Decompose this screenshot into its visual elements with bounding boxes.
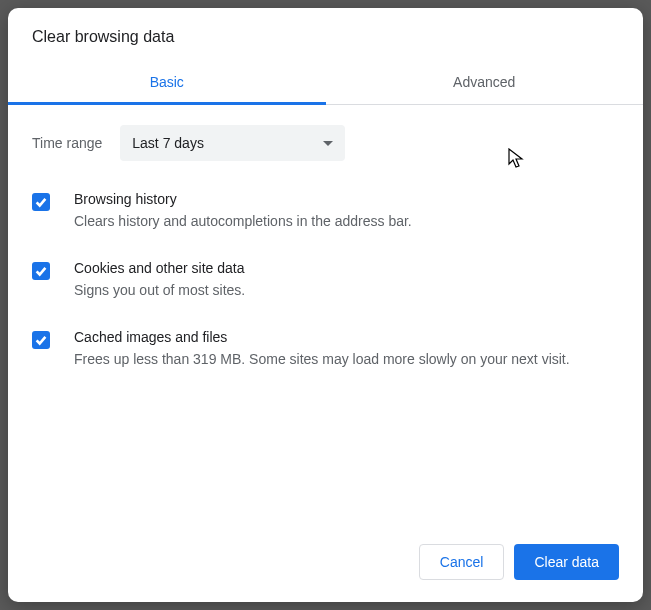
checkbox-cookies[interactable] — [32, 262, 50, 280]
time-range-dropdown[interactable]: Last 7 days — [120, 125, 345, 161]
option-desc: Clears history and autocompletions in th… — [74, 211, 619, 232]
option-title: Cached images and files — [74, 329, 619, 345]
checkbox-browsing-history[interactable] — [32, 193, 50, 211]
option-text: Browsing history Clears history and auto… — [74, 191, 619, 232]
tab-basic[interactable]: Basic — [8, 60, 326, 104]
check-icon — [34, 264, 48, 278]
tabs: Basic Advanced — [8, 60, 643, 105]
time-range-selected: Last 7 days — [132, 135, 204, 151]
check-icon — [34, 195, 48, 209]
dialog-title: Clear browsing data — [8, 8, 643, 60]
option-title: Cookies and other site data — [74, 260, 619, 276]
option-text: Cookies and other site data Signs you ou… — [74, 260, 619, 301]
dialog-footer: Cancel Clear data — [8, 528, 643, 602]
option-desc: Frees up less than 319 MB. Some sites ma… — [74, 349, 619, 370]
option-cached: Cached images and files Frees up less th… — [32, 329, 619, 370]
option-desc: Signs you out of most sites. — [74, 280, 619, 301]
option-title: Browsing history — [74, 191, 619, 207]
clear-data-button[interactable]: Clear data — [514, 544, 619, 580]
check-icon — [34, 333, 48, 347]
chevron-down-icon — [323, 141, 333, 146]
time-range-label: Time range — [32, 135, 102, 151]
option-text: Cached images and files Frees up less th… — [74, 329, 619, 370]
cancel-button[interactable]: Cancel — [419, 544, 505, 580]
clear-browsing-data-dialog: Clear browsing data Basic Advanced Time … — [8, 8, 643, 602]
time-range-row: Time range Last 7 days — [32, 125, 619, 161]
dialog-content: Time range Last 7 days Browsing history … — [8, 105, 643, 528]
option-cookies: Cookies and other site data Signs you ou… — [32, 260, 619, 301]
tab-advanced[interactable]: Advanced — [326, 60, 644, 104]
checkbox-cached[interactable] — [32, 331, 50, 349]
option-browsing-history: Browsing history Clears history and auto… — [32, 191, 619, 232]
